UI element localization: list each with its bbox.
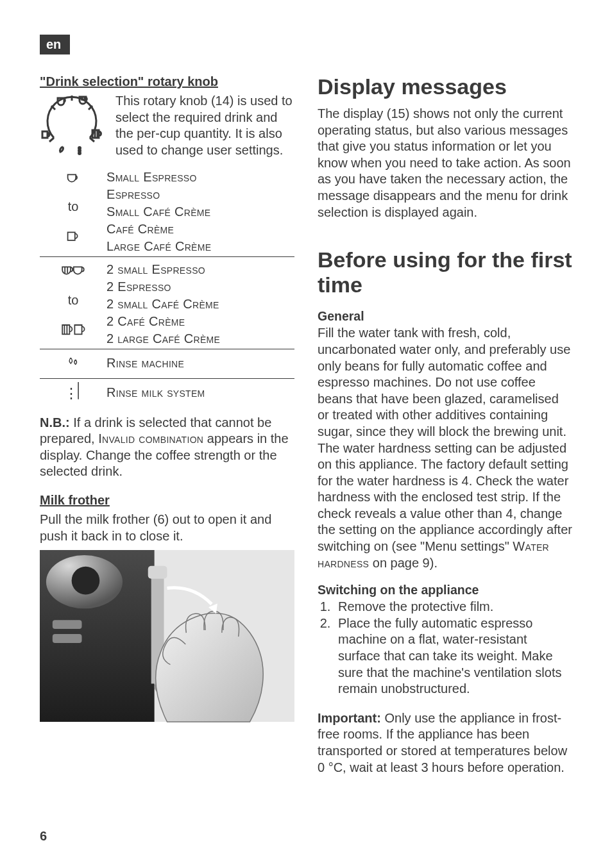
drink-label: 2 Espresso — [106, 278, 294, 296]
drink-label: Café Crème — [106, 221, 294, 238]
two-column-layout: "Drink selection" rotary knob — [40, 74, 572, 776]
single-large-cup-icon — [40, 227, 106, 257]
double-large-cup-icon — [40, 319, 106, 349]
svg-rect-20 — [148, 566, 167, 579]
knob-intro-text: This rotary knob (14) is used to select … — [115, 93, 294, 158]
rinse-machine-label: Rinse machine — [106, 349, 294, 379]
language-tag: en — [40, 35, 70, 54]
rinse-milk-label: Rinse milk system — [106, 379, 294, 408]
important-label: Important: — [318, 711, 381, 725]
svg-point-16 — [72, 567, 100, 595]
left-column: "Drink selection" rotary knob — [40, 74, 294, 776]
drink-label: Small Café Crème — [106, 203, 294, 221]
svg-line-3 — [51, 106, 55, 110]
drink-label: 2 large Café Crème — [106, 330, 294, 347]
drink-table: Small Espresso Espresso Small Café Crème… — [40, 167, 294, 408]
drink-label: 2 small Café Crème — [106, 296, 294, 313]
switching-on-heading: Switching on the appliance — [318, 583, 572, 597]
to-label: to — [40, 290, 106, 319]
svg-point-7 — [79, 153, 81, 154]
table-row: Rinse machine — [40, 349, 294, 379]
invalid-combination-text: Invalid combination — [98, 431, 203, 446]
double-small-cup-icon — [40, 257, 106, 290]
display-messages-heading: Display messages — [318, 74, 572, 99]
right-column: Display messages The display (15) shows … — [318, 74, 572, 776]
page-root: en "Drink selection" rotary knob — [0, 0, 612, 868]
svg-line-1 — [49, 138, 54, 142]
svg-rect-18 — [53, 634, 82, 643]
switching-on-list: Remove the protective film. Place the fu… — [318, 599, 572, 697]
knob-heading: "Drink selection" rotary knob — [40, 74, 294, 89]
drink-label: 2 Café Crème — [106, 313, 294, 330]
general-text-a: Fill the water tank with fresh, cold, un… — [318, 326, 572, 553]
single-small-cup-icon — [40, 167, 106, 197]
rinse-milk-icon: ⋮│ — [40, 379, 106, 408]
drink-label: Small Espresso — [106, 169, 294, 186]
knob-description-row: This rotary knob (14) is used to select … — [40, 93, 294, 160]
svg-rect-17 — [53, 620, 82, 629]
nb-paragraph: N.B.: If a drink is selected that cannot… — [40, 415, 294, 480]
rotary-knob-icon — [40, 93, 104, 160]
list-item: Remove the protective film. — [334, 599, 572, 615]
general-paragraph: Fill the water tank with fresh, cold, un… — [318, 325, 572, 571]
drink-label: 2 small Espresso — [106, 261, 294, 278]
milk-frother-heading: Milk frother — [40, 493, 294, 508]
general-heading: General — [318, 309, 572, 324]
table-row: 2 small Espresso 2 Espresso 2 small Café… — [40, 257, 294, 290]
table-row: ⋮│ Rinse milk system — [40, 379, 294, 408]
svg-line-4 — [89, 106, 92, 110]
nb-label: N.B.: — [40, 415, 70, 430]
before-using-heading: Before using for the first time — [318, 247, 572, 297]
list-item: Place the fully automatic espresso machi… — [334, 615, 572, 697]
general-text-b: on page 9). — [369, 556, 438, 570]
rinse-drops-icon — [40, 349, 106, 379]
milk-frother-text: Pull the milk frother (6) out to open it… — [40, 512, 294, 544]
display-messages-text: The display (15) shows not only the curr… — [318, 106, 572, 221]
page-number: 6 — [40, 829, 47, 844]
milk-frother-photo — [40, 549, 294, 722]
important-paragraph: Important: Only use the appliance in fro… — [318, 710, 572, 776]
drink-label: Large Café Crème — [106, 238, 294, 255]
to-label: to — [40, 197, 106, 226]
table-row: Small Espresso Espresso Small Café Crème… — [40, 167, 294, 197]
drink-label: Espresso — [106, 186, 294, 203]
